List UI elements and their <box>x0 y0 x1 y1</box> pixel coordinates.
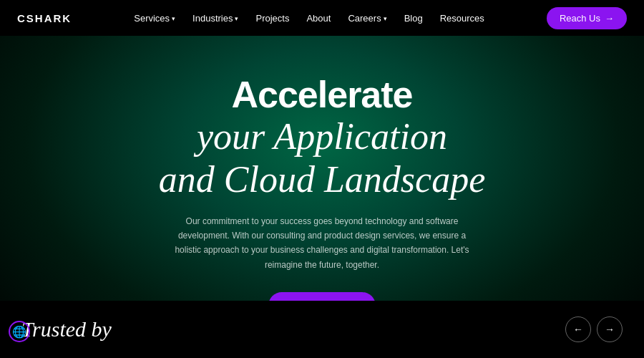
nav-about[interactable]: About <box>306 13 331 24</box>
chevron-down-icon: ▾ <box>235 15 238 22</box>
arrow-icon: → <box>605 13 614 24</box>
carousel-prev-button[interactable]: ← <box>565 316 591 342</box>
hero-title-bold: Accelerate <box>231 74 412 115</box>
nav-links: Services ▾ Industries ▾ Projects About C… <box>134 13 484 24</box>
logo: CSHARK <box>17 12 72 24</box>
hero-description: Our commitment to your success goes beyo… <box>165 214 479 273</box>
nav-services[interactable]: Services ▾ <box>134 13 175 24</box>
hero-title-italic: your Application and Cloud Landscape <box>159 115 485 201</box>
chevron-down-icon: ▾ <box>384 15 387 22</box>
carousel-next-button[interactable]: → <box>597 316 623 342</box>
globe-icon: 🌐 <box>9 321 30 342</box>
navbar: CSHARK Services ▾ Industries ▾ Projects … <box>0 0 644 36</box>
bottom-bar: 🌐 Trusted by ← → <box>0 301 644 358</box>
nav-projects[interactable]: Projects <box>255 13 289 24</box>
nav-blog[interactable]: Blog <box>404 13 423 24</box>
nav-industries[interactable]: Industries ▾ <box>192 13 238 24</box>
reach-us-button[interactable]: Reach Us → <box>547 7 627 29</box>
nav-resources[interactable]: Resources <box>440 13 484 24</box>
trusted-by-label: Trusted by <box>21 317 112 342</box>
chevron-down-icon: ▾ <box>172 15 175 22</box>
carousel-controls: ← → <box>565 316 623 342</box>
nav-careers[interactable]: Careers ▾ <box>348 13 386 24</box>
